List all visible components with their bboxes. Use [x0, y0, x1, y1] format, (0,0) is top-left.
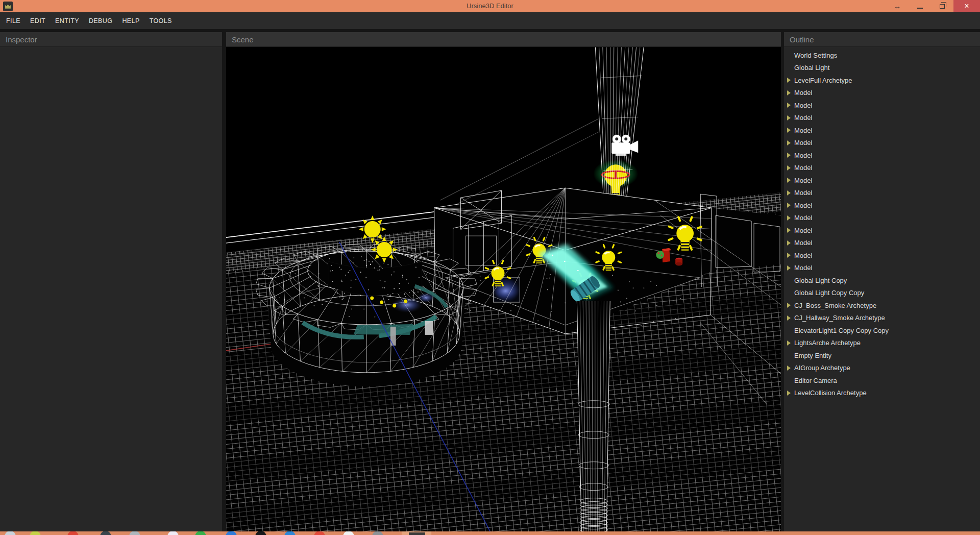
red-box-prop	[675, 258, 682, 266]
scene-viewport-3d[interactable]	[226, 47, 781, 531]
window-title: Ursine3D Editor	[0, 0, 980, 12]
expand-arrow-icon[interactable]	[787, 103, 791, 108]
outline-item-editor-camera[interactable]: Editor Camera	[784, 374, 980, 387]
menu-item-edit[interactable]: EDIT	[30, 17, 45, 25]
expand-arrow-icon[interactable]	[787, 115, 791, 120]
outline-item-model[interactable]: Model	[784, 212, 980, 225]
resize-arrows-icon[interactable]: ↔	[886, 0, 909, 12]
sun-light-icon[interactable]	[371, 236, 398, 263]
outline-item-model[interactable]: Model	[784, 137, 980, 150]
outline-item-model[interactable]: Model	[784, 99, 980, 112]
outline-item-model[interactable]: Model	[784, 149, 980, 162]
outline-item-label: Empty Entity	[794, 352, 831, 359]
outline-item-model[interactable]: Model	[784, 124, 980, 137]
expand-arrow-icon[interactable]	[787, 253, 791, 258]
expand-arrow-icon[interactable]	[787, 165, 791, 171]
outline-item-label: Global Light Copy Copy	[794, 289, 864, 297]
restore-button[interactable]	[931, 0, 953, 12]
expand-arrow-icon[interactable]	[787, 366, 791, 371]
expand-arrow-icon[interactable]	[787, 178, 791, 183]
outline-item-model[interactable]: Model	[784, 112, 980, 125]
taskbar-active-app[interactable]	[402, 531, 431, 535]
outline-item-model[interactable]: Model	[784, 237, 980, 250]
taskbar-icon-gray-circle-app[interactable]	[129, 531, 140, 535]
taskbar-icon-blue-flag-app[interactable]	[226, 531, 237, 535]
taskbar-icon-black-circle-app[interactable]	[255, 531, 266, 535]
small-light-dot	[393, 304, 396, 307]
outline-item-global-light-copy-copy[interactable]: Global Light Copy Copy	[784, 287, 980, 300]
menu-item-file[interactable]: FILE	[6, 17, 20, 25]
inspector-panel-header[interactable]: Inspector	[0, 32, 222, 47]
outline-item-model[interactable]: Model	[784, 224, 980, 237]
outline-item-cj-hallway-smoke-archetype[interactable]: CJ_Hallway_Smoke Archetype	[784, 312, 980, 325]
expand-arrow-icon[interactable]	[787, 315, 791, 321]
menu-item-entity[interactable]: ENTITY	[55, 17, 79, 25]
outline-item-aigroup-archetype[interactable]: AIGroup Archetype	[784, 362, 980, 375]
taskbar-icon-white-circle-app[interactable]	[343, 531, 354, 535]
outline-item-label: AIGroup Archetype	[794, 364, 850, 372]
window-titlebar[interactable]: Ursine3D Editor ↔ ×	[0, 0, 980, 12]
expand-arrow-icon[interactable]	[787, 240, 791, 246]
outline-item-global-light-copy[interactable]: Global Light Copy	[784, 274, 980, 287]
taskbar-icon-folder-app[interactable]	[30, 531, 41, 535]
outline-item-model[interactable]: Model	[784, 87, 980, 100]
outline-panel-header[interactable]: Outline	[784, 32, 980, 47]
menu-item-debug[interactable]: DEBUG	[89, 17, 112, 25]
taskbar-icon-gray-square-app[interactable]	[372, 531, 383, 535]
outline-item-label: CJ_Hallway_Smoke Archetype	[794, 314, 885, 322]
expand-arrow-icon[interactable]	[787, 203, 791, 208]
outline-item-label: Model	[794, 214, 812, 222]
windows-taskbar[interactable]	[0, 531, 980, 535]
expand-arrow-icon[interactable]	[787, 265, 791, 271]
outline-panel: Outline World SettingsGlobal LightLevelF…	[784, 32, 980, 531]
small-light-dot	[404, 299, 407, 303]
expand-arrow-icon[interactable]	[787, 90, 791, 95]
outline-item-empty-entity[interactable]: Empty Entity	[784, 349, 980, 362]
taskbar-icon-green-circle-app[interactable]	[195, 531, 206, 535]
outline-item-label: LevelCollision Archetype	[794, 389, 867, 397]
scene-viewport[interactable]	[226, 47, 781, 531]
outline-item-label: Model	[794, 102, 812, 109]
outline-item-levelfull-archetype[interactable]: LevelFull Archetype	[784, 74, 980, 87]
expand-arrow-icon[interactable]	[787, 190, 791, 196]
outline-item-model[interactable]: Model	[784, 162, 980, 175]
expand-arrow-icon[interactable]	[787, 303, 791, 308]
outline-item-model[interactable]: Model	[784, 187, 980, 200]
taskbar-icon-red-white-app[interactable]	[314, 531, 325, 535]
close-button[interactable]: ×	[953, 0, 980, 12]
outline-item-world-settings[interactable]: World Settings	[784, 49, 980, 62]
outline-item-label: Model	[794, 227, 812, 234]
outline-item-lightsarche-archetype[interactable]: LightsArche Archetype	[784, 337, 980, 350]
menu-item-help[interactable]: HELP	[122, 17, 139, 25]
expand-arrow-icon[interactable]	[787, 140, 791, 145]
taskbar-icon-dark-square-app[interactable]	[100, 531, 111, 535]
outline-item-global-light[interactable]: Global Light	[784, 62, 980, 75]
taskbar-icon-purple-white-app[interactable]	[167, 531, 179, 535]
expand-arrow-icon[interactable]	[787, 215, 791, 221]
scene-panel: Scene	[226, 32, 781, 531]
outline-item-model[interactable]: Model	[784, 262, 980, 275]
taskbar-icon-start-orb[interactable]	[5, 531, 16, 535]
expand-arrow-icon[interactable]	[787, 341, 791, 346]
outline-item-model[interactable]: Model	[784, 249, 980, 262]
sun-light-icon[interactable]	[359, 215, 386, 243]
expand-arrow-icon[interactable]	[787, 78, 791, 83]
outline-item-levelcollision-archetype[interactable]: LevelCollision Archetype	[784, 387, 980, 400]
outline-item-model[interactable]: Model	[784, 174, 980, 187]
outline-item-label: CJ_Boss_Smoke Archetype	[794, 302, 876, 309]
taskbar-icon-blue-circle-app[interactable]	[284, 531, 296, 535]
outline-item-model[interactable]: Model	[784, 199, 980, 212]
scene-panel-header[interactable]: Scene	[226, 32, 781, 47]
expand-arrow-icon[interactable]	[787, 153, 791, 158]
taskbar-icon-red-circle-app[interactable]	[67, 531, 79, 535]
outline-item-elevatorlight1-copy-copy-copy[interactable]: ElevatorLight1 Copy Copy Copy	[784, 324, 980, 337]
expand-arrow-icon[interactable]	[787, 391, 791, 396]
expand-arrow-icon[interactable]	[787, 128, 791, 133]
outline-item-label: Editor Camera	[794, 377, 837, 384]
expand-arrow-icon[interactable]	[787, 228, 791, 233]
outline-item-label: World Settings	[794, 52, 837, 59]
menu-item-tools[interactable]: TOOLS	[150, 17, 172, 25]
outline-item-label: Model	[794, 164, 812, 172]
minimize-button[interactable]	[909, 0, 931, 12]
outline-item-cj-boss-smoke-archetype[interactable]: CJ_Boss_Smoke Archetype	[784, 299, 980, 312]
